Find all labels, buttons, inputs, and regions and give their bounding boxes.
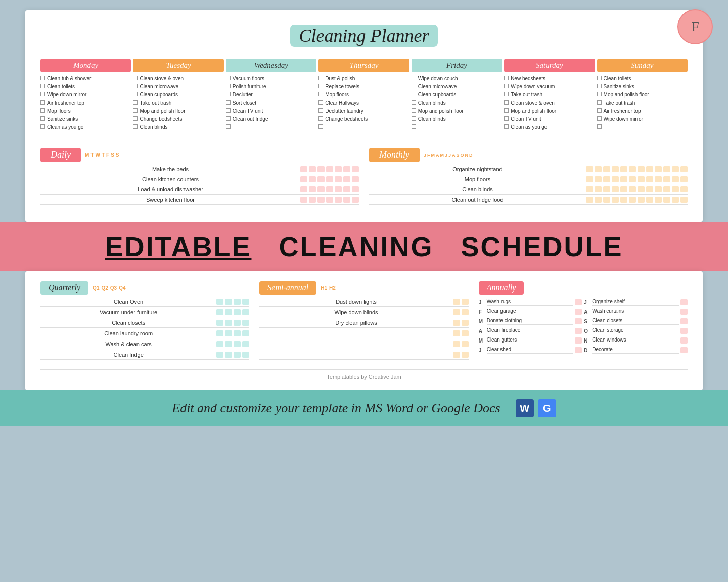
banner-word2: CLEANING [279, 231, 433, 262]
list-item[interactable]: Sanitize sinks [597, 83, 688, 90]
list-item[interactable]: Sanitize sinks [40, 116, 131, 122]
list-item[interactable]: Clean tub & shower [40, 75, 131, 82]
logo-letter: F [691, 19, 699, 35]
list-item[interactable]: Clean as you go [504, 124, 595, 130]
list-item[interactable] [226, 124, 316, 129]
list-item[interactable]: Take out trash [133, 100, 223, 106]
semi-annual-item [259, 341, 468, 349]
docs-icon[interactable]: G [538, 399, 556, 417]
annually-block: Annually J Wash rugs F Clear garage [479, 281, 688, 362]
list-item[interactable]: New bedsheets [504, 75, 595, 82]
list-item[interactable]: Take out trash [504, 91, 595, 98]
saturday-column: Saturday New bedsheets Wipe down vacuum … [504, 59, 595, 132]
list-item[interactable] [412, 124, 502, 129]
list-item[interactable]: Mop and polish floor [412, 108, 502, 114]
title-text: Cleaning Planner [290, 25, 438, 47]
monthly-block: Monthly JFMAMJJASOND Organize nightstand… [369, 148, 688, 207]
list-item[interactable]: Mop floors [40, 108, 131, 114]
monthly-month-labels: JFMAMJJASOND [424, 153, 473, 158]
sunday-header: Sunday [597, 59, 688, 72]
list-item[interactable]: Clean out fridge [226, 116, 316, 122]
banner-overlay: EDITABLE CLEANING SCHEDULE [0, 222, 728, 271]
monthly-item: Clean out fridge food [369, 197, 688, 205]
list-item[interactable]: Vacuum floors [226, 75, 316, 82]
list-item[interactable]: Wipe down vacuum [504, 83, 595, 90]
list-item[interactable]: Clean as you go [40, 124, 131, 130]
annual-item: J Wash rugs [479, 299, 582, 306]
list-item[interactable]: Sort closet [226, 100, 316, 106]
tracker-section: Daily MTWTFSS Make the beds Clean kitche… [40, 148, 688, 207]
bottom-bar: Edit and customize your template in MS W… [0, 390, 728, 426]
daily-checkboxes [300, 166, 359, 172]
bottom-card: Quarterly Q1Q2Q3Q4 Clean Oven Vacuum und… [25, 271, 703, 390]
list-item[interactable] [318, 124, 409, 129]
banner-word1: EDITABLE [105, 231, 251, 262]
quarterly-header-row: Quarterly Q1Q2Q3Q4 [40, 281, 249, 295]
footer-credit: Templatables by Creative Jam [40, 369, 688, 380]
list-item[interactable]: Clean TV unit [226, 108, 316, 114]
list-item[interactable] [597, 124, 688, 129]
list-item[interactable]: Declutter [226, 91, 316, 98]
quarterly-item: Clean Oven [40, 299, 249, 307]
list-item[interactable]: Replace towels [318, 83, 409, 90]
wednesday-header: Wednesday [226, 59, 316, 72]
quarterly-title: Quarterly [40, 281, 88, 295]
list-item[interactable]: Clean stove & oven [133, 75, 223, 82]
list-item[interactable]: Mop floors [318, 91, 409, 98]
list-item[interactable]: Clean cupboards [133, 91, 223, 98]
daily-day-labels: MTWTFSS [85, 152, 119, 158]
semi-annual-item [259, 330, 468, 338]
annual-item: N Clean windows [584, 337, 688, 344]
list-item[interactable]: Take out trash [597, 100, 688, 106]
list-item[interactable]: Mop and polish floor [597, 91, 688, 98]
list-item[interactable]: Declutter laundry [318, 108, 409, 114]
annual-item: M Donate clothing [479, 318, 582, 325]
bottom-sections: Quarterly Q1Q2Q3Q4 Clean Oven Vacuum und… [40, 281, 688, 362]
list-item[interactable]: Change bedsheets [318, 116, 409, 122]
list-item[interactable]: Mop and polish floor [504, 108, 595, 114]
banner-word3: SCHEDULE [461, 231, 623, 262]
list-item[interactable]: Dust & polish [318, 75, 409, 82]
list-item[interactable]: Clear Hallways [318, 100, 409, 106]
annual-item: D Decorate [584, 347, 688, 354]
list-item[interactable]: Clean blinds [133, 124, 223, 130]
monday-column: Monday Clean tub & shower Clean toilets … [40, 59, 131, 132]
list-item[interactable]: Wipe down mirror [40, 91, 131, 98]
list-item[interactable]: Air freshener top [597, 108, 688, 114]
list-item[interactable]: Mop and polish floor [133, 108, 223, 114]
list-item[interactable]: Clean cupboards [412, 91, 502, 98]
annual-item: O Clean storage [584, 327, 688, 334]
semi-annual-item: Wipe down blinds [259, 309, 468, 317]
list-item[interactable]: Air freshener top [40, 100, 131, 106]
monthly-item: Mop floors [369, 176, 688, 184]
list-item[interactable]: Polish furniture [226, 83, 316, 90]
quarterly-block: Quarterly Q1Q2Q3Q4 Clean Oven Vacuum und… [40, 281, 249, 362]
annually-header-row: Annually [479, 281, 688, 295]
list-item[interactable]: Clean microwave [412, 83, 502, 90]
quarterly-item: Wash & clean cars [40, 341, 249, 349]
list-item[interactable]: Clean toilets [40, 83, 131, 90]
quarterly-item: Clean fridge [40, 352, 249, 360]
list-item[interactable]: Clean blinds [412, 100, 502, 106]
list-item[interactable]: Clean microwave [133, 83, 223, 90]
word-icon[interactable]: W [516, 399, 534, 417]
list-item[interactable]: Clean TV unit [504, 116, 595, 122]
thursday-header: Thursday [318, 59, 409, 72]
list-item[interactable]: Wipe down mirror [597, 116, 688, 122]
list-item[interactable]: Clean blinds [412, 116, 502, 122]
quarterly-item: Clean laundry room [40, 330, 249, 338]
quarterly-labels: Q1Q2Q3Q4 [93, 285, 125, 291]
annual-item: A Clean fireplace [479, 327, 582, 334]
semi-annual-labels: H1H2 [321, 285, 336, 291]
annually-inner: J Wash rugs F Clear garage M Donate clot… [479, 299, 688, 356]
monthly-header-row: Monthly JFMAMJJASOND [369, 148, 688, 162]
monthly-item: Clean blinds [369, 186, 688, 195]
wednesday-column: Wednesday Vacuum floors Polish furniture… [226, 59, 316, 132]
list-item[interactable]: Change bedsheets [133, 116, 223, 122]
annual-item: J Organize shelf [584, 299, 688, 306]
list-item[interactable]: Clean stove & oven [504, 100, 595, 106]
main-card: Cleaning Planner Monday Clean tub & show… [25, 10, 703, 222]
banner-text: EDITABLE CLEANING SCHEDULE [0, 231, 728, 262]
list-item[interactable]: Wipe down couch [412, 75, 502, 82]
list-item[interactable]: Clean toilets [597, 75, 688, 82]
